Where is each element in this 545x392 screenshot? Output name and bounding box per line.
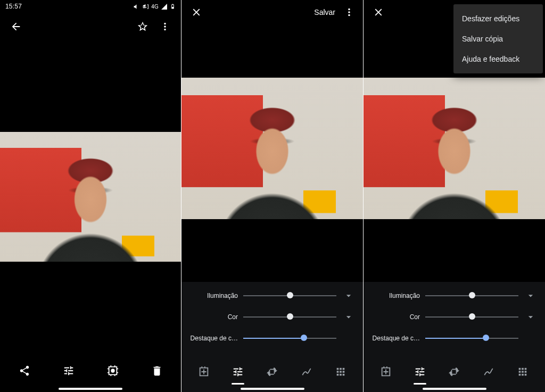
crop-rotate-icon — [266, 366, 278, 378]
editor-more-button[interactable] — [340, 3, 359, 22]
gesture-bar — [423, 388, 486, 390]
tune-icon — [414, 366, 426, 378]
tune-icon — [63, 365, 75, 377]
slider-color-pop: Destaque de c… — [189, 331, 356, 345]
slider-color: Cor — [189, 310, 356, 324]
slider-track[interactable] — [243, 331, 336, 345]
lens-icon — [107, 365, 119, 377]
editor-toolstrip — [181, 358, 363, 386]
editor-pane-with-menu: Iluminação Cor Destaque de c… — [364, 0, 545, 392]
lens-button[interactable] — [103, 361, 122, 380]
viewer-bottom-bar — [0, 356, 181, 386]
viewer-app-bar — [0, 15, 181, 38]
editor-app-bar: Salvar — [181, 0, 363, 24]
editor-sliders: Iluminação Cor Destaque de c… — [364, 287, 545, 351]
chevron-down-icon — [525, 312, 536, 322]
chevron-down-icon — [343, 290, 354, 301]
expand-button[interactable] — [524, 310, 538, 324]
auto-enhance-icon — [380, 366, 392, 378]
tool-crop[interactable] — [260, 360, 284, 383]
tool-markup[interactable] — [477, 360, 500, 383]
menu-help-feedback[interactable]: Ajuda e feedback — [453, 49, 543, 69]
status-network-label: 4G — [151, 4, 159, 10]
slider-label: Cor — [371, 313, 420, 321]
slider-label: Destaque de c… — [189, 335, 238, 342]
more-vert-icon — [343, 6, 355, 18]
squiggle-icon — [483, 366, 494, 378]
expand-button[interactable] — [342, 310, 356, 324]
photo-preview[interactable] — [0, 132, 181, 262]
grid-icon — [517, 366, 529, 378]
arrow-back-icon — [10, 21, 22, 32]
slider-track[interactable] — [243, 310, 336, 324]
tool-crop[interactable] — [442, 360, 466, 383]
tool-more[interactable] — [329, 360, 352, 383]
back-button[interactable] — [6, 17, 26, 36]
expand-button[interactable] — [524, 289, 538, 303]
status-bar: 15:57 4G — [0, 0, 181, 13]
slider-illumination: Iluminação — [189, 289, 356, 303]
editor-sliders: Iluminação Cor — [181, 287, 363, 351]
crop-rotate-icon — [448, 366, 460, 378]
slider-track[interactable] — [425, 289, 518, 303]
menu-undo-edits[interactable]: Desfazer edições — [453, 9, 543, 29]
more-vert-icon — [159, 21, 171, 32]
slider-illumination: Iluminação — [371, 289, 538, 303]
share-button[interactable] — [15, 361, 34, 380]
editor-toolstrip — [364, 358, 545, 386]
slider-track[interactable] — [425, 331, 518, 345]
slider-track[interactable] — [425, 310, 518, 324]
trash-icon — [151, 365, 163, 377]
squiggle-icon — [301, 366, 312, 378]
tune-icon — [232, 366, 244, 378]
share-icon — [19, 365, 30, 377]
editor-pane: Salvar Iluminação Cor — [181, 0, 363, 392]
chevron-down-icon — [343, 312, 354, 322]
overflow-menu: Desfazer edições Salvar cópia Ajuda e fe… — [453, 4, 543, 73]
slider-color-pop: Destaque de c… — [371, 331, 538, 345]
more-button[interactable] — [155, 17, 175, 36]
slider-label: Iluminação — [189, 292, 238, 299]
viewer-pane: 15:57 4G — [0, 0, 181, 392]
tool-adjust[interactable] — [226, 360, 250, 383]
slider-label: Cor — [189, 313, 238, 321]
auto-enhance-icon — [198, 366, 210, 378]
menu-save-copy[interactable]: Salvar cópia — [453, 29, 543, 49]
editor-photo-preview[interactable] — [181, 78, 363, 219]
close-button[interactable] — [187, 3, 206, 22]
star-outline-icon — [137, 21, 148, 32]
tool-suggestions[interactable] — [192, 360, 216, 383]
save-button[interactable]: Salvar — [314, 8, 335, 16]
close-icon — [191, 6, 202, 18]
close-button[interactable] — [369, 3, 388, 22]
edit-button[interactable] — [59, 361, 78, 380]
slider-track[interactable] — [243, 289, 336, 303]
slider-label: Iluminação — [371, 292, 420, 299]
chevron-down-icon — [525, 290, 536, 301]
tool-suggestions[interactable] — [374, 360, 398, 383]
status-icons: 4G — [133, 3, 176, 10]
tool-adjust[interactable] — [408, 360, 432, 383]
gesture-bar — [241, 388, 304, 390]
slider-label: Destaque de c… — [371, 335, 420, 342]
grid-icon — [335, 366, 346, 378]
tool-more[interactable] — [511, 360, 534, 383]
favorite-button[interactable] — [133, 17, 152, 36]
slider-color: Cor — [371, 310, 538, 324]
tool-markup[interactable] — [295, 360, 318, 383]
status-time: 15:57 — [5, 3, 22, 10]
expand-button[interactable] — [342, 289, 356, 303]
delete-button[interactable] — [147, 361, 167, 380]
gesture-bar — [59, 388, 122, 390]
editor-photo-preview[interactable] — [364, 78, 545, 219]
close-icon — [373, 6, 384, 18]
